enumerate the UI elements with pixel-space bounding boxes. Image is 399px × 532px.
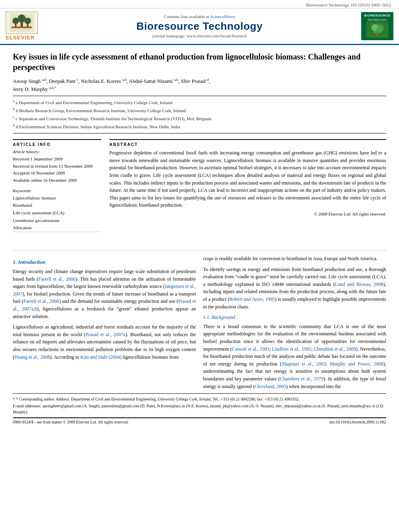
keyword-2: Bioethanol [13, 201, 101, 209]
contents-available-line: Contents lists available at ScienceDirec… [38, 14, 361, 19]
intro-section-title: 1. Introduction [13, 259, 196, 265]
homepage-line: journal homepage: www.elsevier.com/locat… [38, 33, 361, 38]
background-para: There is a broad consensus in the scient… [203, 323, 386, 390]
doi-text: doi:10.1016/j.biortech.2009.11.062 [329, 420, 386, 424]
affil-d: d d Environmental Sciences Division, Ind… [13, 123, 386, 130]
keywords-section: Keywords: Lignocellulosic biomass Bioeth… [13, 188, 101, 232]
elsevier-brand: ELSEVIER [6, 35, 35, 41]
right-logo-box: BIORESOURCE TECHNOLOGY [361, 12, 393, 40]
right-para1: crops is readily available for conversio… [203, 255, 386, 263]
elsevier-graphic [6, 12, 38, 34]
bottom-left-text: 0960-8524/$ - see front matter © 2009 El… [13, 420, 129, 424]
abstract-paragraph: Progressive depletion of conventional fo… [109, 149, 386, 209]
affiliations: a a Department of Civil and Environmenta… [13, 96, 386, 134]
available-date: Available online 16 December 2009 [13, 177, 101, 184]
history-label: Article history: [13, 149, 101, 154]
info-abstract-section: ARTICLE INFO Article history: Received 1… [13, 139, 386, 232]
revised-date: Received in revised form 13 November 200… [13, 163, 101, 170]
farrell-2006-link[interactable]: Farrell et al., 2006 [38, 276, 75, 282]
svg-point-10 [371, 24, 378, 31]
received-date: Received 1 September 2009 [13, 156, 101, 163]
svg-point-1 [18, 14, 26, 23]
footnotes: * * Corresponding author. Address: Depar… [13, 393, 386, 415]
body-right-col: crops is readily available for conversio… [203, 255, 386, 393]
shapouri-link[interactable]: Shapouri et al., 2003 [282, 361, 326, 367]
right-logo-sub: TECHNOLOGY [364, 18, 390, 22]
intro-para1: Energy security and climate change imper… [13, 268, 196, 320]
right-para2: To identify savings in energy and emissi… [203, 266, 386, 311]
cleveland-link[interactable]: Cleveland, 2005 [255, 384, 286, 389]
right-logo-graphic [366, 22, 389, 38]
journal-header: ELSEVIER Contents lists available at Sci… [0, 8, 399, 45]
lund-biswas-link[interactable]: Lund and Biswas, 2008 [335, 281, 383, 287]
journal-title: Bioresource Technology [38, 20, 361, 33]
authors-line: Anoop Singh a,b, Deepak Pant c, Nicholas… [13, 77, 386, 93]
background-subsection-title: 1.1. Background [203, 314, 386, 321]
intro-body-text: Energy security and climate change imper… [13, 268, 196, 361]
kimdale-2004-link[interactable]: Kim and Dale (2004) [80, 354, 121, 360]
sciencedirect-link[interactable]: ScienceDirect [210, 14, 235, 19]
elsevier-svg-icon [10, 14, 34, 32]
huang-2008-link[interactable]: Huang et al., 2008 [14, 354, 50, 360]
affil-c: c c Separation and Conversion Technology… [13, 115, 386, 122]
accepted-date: Accepted 16 November 2009 [13, 170, 101, 177]
corresponding-author-note: * * Corresponding author. Address: Depar… [13, 396, 386, 402]
elsevier-logo-area: ELSEVIER [6, 12, 38, 41]
chambers-link[interactable]: Chambers et al., 1979 [280, 376, 324, 382]
journal-ref-bar: Bioresource Technology 101 (2010) 5003–5… [0, 0, 399, 8]
svg-rect-7 [12, 27, 32, 28]
intro-para2: Lignocelluloses as agricultural, industr… [13, 323, 196, 361]
svg-rect-2 [21, 22, 23, 27]
section-divider [13, 251, 386, 251]
keyword-3: Life cycle assessment (LCA) [13, 209, 101, 217]
robert-ayres-link[interactable]: Robert and Ayres, 1995 [229, 296, 275, 302]
prasad-2007a-link[interactable]: Prasad et al., 2007a [86, 332, 125, 337]
journal-center: Contents lists available at ScienceDirec… [38, 14, 361, 38]
lindfors-link[interactable]: Lindfors et al., 1995 [272, 346, 311, 352]
keywords-label: Keywords: [13, 188, 101, 193]
abstract-column: ABSTRACT Progressive depletion of conven… [109, 139, 386, 232]
svg-point-11 [377, 25, 384, 32]
body-section: 1. Introduction Energy security and clim… [0, 255, 399, 393]
svg-point-3 [12, 18, 19, 24]
page: Bioresource Technology 101 (2010) 5003–5… [0, 0, 399, 532]
murphy-power-link[interactable]: Murphy and Power, 2008 [330, 361, 383, 367]
article-info-column: ARTICLE INFO Article history: Received 1… [13, 139, 101, 232]
abstract-body: Progressive depletion of conventional fo… [109, 149, 386, 209]
body-left-col: 1. Introduction Energy security and clim… [13, 255, 196, 393]
bottom-bar: 0960-8524/$ - see front matter © 2009 El… [13, 417, 386, 424]
body-right-text: crops is readily available for conversio… [203, 255, 386, 390]
journal-ref: Bioresource Technology 101 (2010) 5003–5… [306, 2, 391, 7]
article-info-heading: ARTICLE INFO [13, 142, 101, 147]
consoli-link[interactable]: Consoli et al., 1993 [232, 346, 269, 352]
svg-rect-12 [376, 32, 378, 36]
keyword-5: Allocation [13, 224, 101, 232]
abstract-heading: ABSTRACT [109, 142, 386, 147]
email-addresses-note: E-mail addresses: apsinghenv@gmail.com (… [13, 403, 386, 415]
svg-point-5 [25, 18, 31, 24]
right-logo-title: BIORESOURCE [364, 14, 390, 18]
copyright-line: © 2009 Elsevier Ltd. All rights reserved… [109, 212, 386, 216]
keyword-4: Greenhouse gas emissions [13, 217, 101, 224]
jorgensen-2007-link[interactable]: Jørgensen et al., 2007 [13, 283, 196, 297]
farrell-2006b-link[interactable]: Farrell et al., 2006 [23, 298, 59, 304]
cherubini-link[interactable]: Cherubini et al., 2009 [314, 346, 356, 352]
keyword-1: Lignocellulosic biomass [13, 194, 101, 202]
affil-a: a a Department of Civil and Environmenta… [13, 99, 386, 106]
article-content: Key issues in life cycle assessment of e… [0, 45, 399, 246]
affil-b: b b Biofuels Research Group, Environment… [13, 107, 386, 114]
article-title: Key issues in life cycle assessment of e… [13, 51, 386, 72]
